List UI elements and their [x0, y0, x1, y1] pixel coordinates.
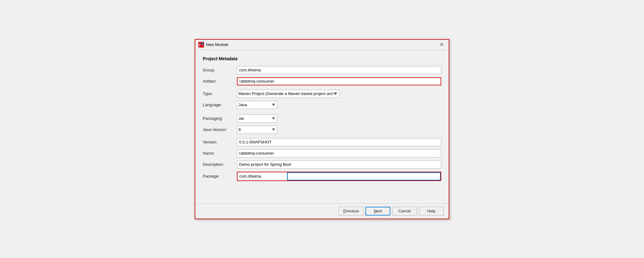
cancel-button[interactable]: Cancel	[392, 207, 417, 215]
packaging-select[interactable]: Jar War	[237, 115, 277, 123]
type-select[interactable]: Maven Project (Generate a Maven based pr…	[237, 90, 339, 98]
artifact-row: Artifact:	[203, 77, 441, 85]
svg-rect-3	[201, 43, 203, 45]
language-row: Language: Java Kotlin Groovy	[203, 101, 441, 109]
app-icon: I	[198, 42, 204, 48]
help-button[interactable]: Help	[419, 207, 444, 215]
name-label: Name:	[203, 151, 237, 156]
dialog-footer: Previous Next Cancel Help	[195, 203, 449, 219]
package-input-part2[interactable]	[287, 172, 441, 180]
java-version-select[interactable]: 8 11 17 21	[237, 126, 277, 134]
type-row: Type: Maven Project (Generate a Maven ba…	[203, 90, 441, 98]
next-underline: Next	[374, 209, 382, 213]
group-label: Group:	[203, 68, 237, 72]
java-version-row: Java Version: 8 11 17 21	[203, 126, 441, 134]
dialog-title: New Module	[206, 42, 228, 47]
close-button[interactable]: ✕	[438, 42, 446, 48]
previous-underline: Previous	[343, 209, 359, 213]
next-button[interactable]: Next	[365, 207, 390, 215]
type-label: Type:	[203, 91, 237, 96]
package-row: Package:	[203, 172, 441, 181]
language-label: Language:	[203, 102, 237, 107]
title-bar: I New Module ✕	[195, 40, 449, 50]
description-row: Description:	[203, 161, 441, 169]
form-content: Project Metadata Group: Artifact: Type: …	[195, 50, 449, 203]
app-icon-svg: I	[198, 42, 204, 48]
previous-button[interactable]: Previous	[338, 207, 364, 215]
language-select[interactable]: Java Kotlin Groovy	[237, 101, 277, 109]
name-input[interactable]	[237, 149, 441, 157]
title-bar-left: I New Module	[198, 42, 228, 48]
description-label: Description:	[203, 162, 237, 167]
version-row: Version:	[203, 138, 441, 146]
new-module-dialog: I New Module ✕ Project Metadata Group: A…	[195, 39, 449, 219]
package-input-part1[interactable]	[238, 172, 287, 180]
package-input-wrapper	[237, 172, 441, 181]
name-row: Name:	[203, 149, 441, 157]
section-title: Project Metadata	[203, 56, 441, 61]
java-version-label: Java Version:	[203, 127, 237, 132]
artifact-label: Artifact:	[203, 79, 237, 84]
group-input[interactable]	[237, 66, 441, 74]
group-row: Group:	[203, 66, 441, 74]
description-input[interactable]	[237, 161, 441, 169]
svg-text:I: I	[199, 43, 200, 47]
artifact-input[interactable]	[237, 77, 441, 85]
package-label: Package:	[203, 174, 237, 179]
packaging-label: Packaging:	[203, 116, 237, 121]
version-input[interactable]	[237, 138, 441, 146]
packaging-row: Packaging: Jar War	[203, 115, 441, 123]
version-label: Version:	[203, 140, 237, 144]
